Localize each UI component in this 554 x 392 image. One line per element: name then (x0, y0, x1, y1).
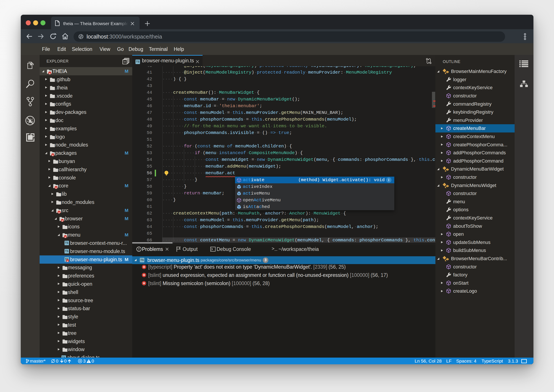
svg-text:i: i (388, 178, 389, 182)
